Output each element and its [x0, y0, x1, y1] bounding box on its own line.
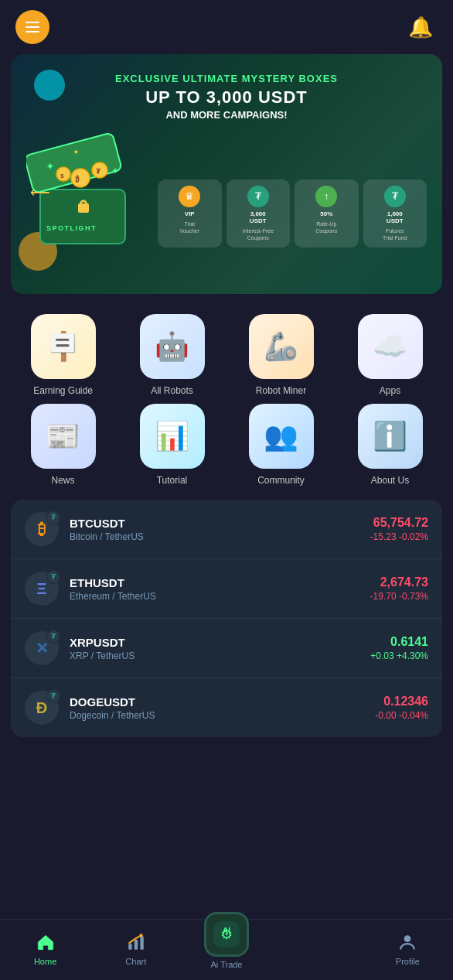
- market-item[interactable]: Ð ₮ DOGEUSDT Dogecoin / TetherUS 0.12346…: [11, 678, 442, 737]
- chart-icon: [124, 930, 148, 954]
- promo-banner: EXCLUSIVE ULTIMATE MYSTERY BOXES UP TO 3…: [11, 54, 442, 294]
- market-price-change: +0.03 +4.30%: [370, 650, 428, 661]
- nav-item-ai-trade[interactable]: ⚙ AI Ai Trade: [181, 927, 271, 969]
- svg-point-17: [139, 934, 142, 937]
- banner-decoration-circle1: [34, 70, 65, 101]
- market-price-value: 0.6141: [370, 635, 428, 649]
- menu-button[interactable]: [15, 10, 49, 44]
- market-pair: DOGEUSDT: [70, 695, 364, 709]
- market-price-value: 65,754.72: [370, 516, 428, 530]
- icon-label-tutorial: Tutorial: [157, 475, 188, 486]
- prize-amount-1000: 1,000USDT: [387, 210, 404, 224]
- icon-box-about-us: ℹ️: [358, 404, 423, 469]
- icon-label-community: Community: [257, 475, 305, 486]
- coin-badge: ₮: [46, 570, 60, 584]
- icon-box-earning-guide: 🪧: [31, 314, 96, 379]
- icon-label-robot-miner: Robot Miner: [256, 385, 306, 396]
- prize-amount-50: 50%: [320, 210, 332, 217]
- icon-label-apps: Apps: [380, 385, 400, 396]
- icon-box-all-robots: 🤖: [140, 314, 205, 379]
- menu-item-about-us[interactable]: ℹ️ About Us: [339, 404, 441, 486]
- ai-trade-button[interactable]: ⚙ AI: [204, 912, 249, 957]
- icon-label-news: News: [51, 475, 74, 486]
- prize-text-3000: Interest-FreeCoupons: [243, 227, 274, 241]
- menu-item-news[interactable]: 📰 News: [12, 404, 114, 486]
- ai-trade-icon: ⚙ AI: [213, 921, 240, 948]
- prize-amount-vip: VIP: [185, 210, 195, 217]
- svg-rect-12: [78, 203, 89, 213]
- market-price-value: 2,674.73: [370, 575, 428, 589]
- market-name: XRP / TetherUS: [70, 650, 359, 661]
- coin-badge: ₮: [46, 689, 60, 703]
- menu-item-robot-miner[interactable]: 🦾 Robot Miner: [230, 314, 332, 396]
- market-name: Ethereum / TetherUS: [70, 591, 359, 602]
- menu-item-all-robots[interactable]: 🤖 All Robots: [121, 314, 223, 396]
- market-name: Dogecoin / TetherUS: [70, 710, 364, 721]
- hamburger-icon: [26, 22, 39, 32]
- banner-description: AND MORE CAMPAIGNS!: [26, 109, 427, 121]
- svg-text:⟵: ⟵: [30, 185, 50, 200]
- market-info-btcusdt: BTCUSDT Bitcoin / TetherUS: [70, 517, 359, 542]
- treasure-box-image: ₿ ₮ $ ✦ ✦ ✦ SPOTLIGHT ⟵: [26, 131, 150, 248]
- market-item[interactable]: ✕ ₮ XRPUSDT XRP / TetherUS 0.6141 +0.03 …: [11, 619, 442, 678]
- market-pair: ETHUSDT: [70, 576, 359, 589]
- market-price: 0.12346 -0.00 -0.04%: [375, 695, 428, 721]
- icon-box-apps: ☁️: [358, 314, 423, 379]
- coin-badge: ₮: [46, 630, 60, 644]
- market-price-value: 0.12346: [375, 695, 428, 709]
- svg-text:₮: ₮: [96, 168, 101, 176]
- svg-rect-16: [140, 936, 143, 949]
- icon-box-robot-miner: 🦾: [249, 314, 314, 379]
- prize-cards: ♛ VIP TrialVoucher ₮ 3,000USDT Interest-…: [158, 179, 427, 248]
- bottom-navigation: Home Chart ⚙ AI Ai Trade: [0, 919, 453, 980]
- svg-point-2: [71, 169, 90, 187]
- icon-box-community: 👥: [249, 404, 314, 469]
- nav-item-home[interactable]: Home: [0, 930, 90, 966]
- menu-grid: 🪧 Earning Guide 🤖 All Robots 🦾 Robot Min…: [0, 306, 453, 489]
- market-price: 65,754.72 -15.23 -0.02%: [370, 516, 428, 542]
- market-info-xrpusdt: XRPUSDT XRP / TetherUS: [70, 636, 359, 661]
- market-price: 0.6141 +0.03 +4.30%: [370, 635, 428, 661]
- menu-item-community[interactable]: 👥 Community: [230, 404, 332, 486]
- prize-card-1000[interactable]: ₮ 1,000USDT FuturesTrial Fund: [363, 179, 427, 248]
- prize-amount-3000: 3,000USDT: [250, 210, 267, 224]
- market-pair: XRPUSDT: [70, 636, 359, 649]
- market-info-dogeusdt: DOGEUSDT Dogecoin / TetherUS: [70, 695, 364, 721]
- prize-card-3000[interactable]: ₮ 3,000USDT Interest-FreeCoupons: [226, 179, 291, 248]
- profile-icon: [396, 930, 419, 954]
- market-pair: BTCUSDT: [70, 517, 359, 530]
- banner-subtitle: EXCLUSIVE ULTIMATE MYSTERY BOXES: [26, 73, 427, 84]
- nav-item-chart[interactable]: Chart: [90, 930, 181, 966]
- nav-item-profile[interactable]: Profile: [363, 930, 453, 966]
- home-icon: [34, 930, 57, 954]
- prize-card-50[interactable]: ↑ 50% Rate-UpCoupons: [295, 179, 359, 248]
- market-price: 2,674.73 -19.70 -0.73%: [370, 575, 428, 602]
- prize-text-50: Rate-UpCoupons: [315, 220, 337, 234]
- menu-item-apps[interactable]: ☁️ Apps: [339, 314, 441, 396]
- svg-text:₿: ₿: [75, 175, 80, 183]
- market-item[interactable]: ₿ ₮ BTCUSDT Bitcoin / TetherUS 65,754.72…: [11, 500, 442, 559]
- prize-icon-1000: ₮: [384, 186, 406, 207]
- prize-card-vip[interactable]: ♛ VIP TrialVoucher: [158, 179, 222, 248]
- icon-label-earning-guide: Earning Guide: [33, 385, 93, 396]
- market-item[interactable]: Ξ ₮ ETHUSDT Ethereum / TetherUS 2,674.73…: [11, 559, 442, 619]
- icon-label-about-us: About Us: [371, 475, 409, 486]
- icon-box-news: 📰: [31, 404, 96, 469]
- prize-text-vip: TrialVoucher: [179, 220, 199, 234]
- market-info-ethusdt: ETHUSDT Ethereum / TetherUS: [70, 576, 359, 602]
- svg-point-21: [404, 935, 411, 942]
- coin-icon-xrpusdt: ✕ ₮: [25, 631, 59, 665]
- menu-item-tutorial[interactable]: 📊 Tutorial: [121, 404, 223, 486]
- banner-title: UP TO 3,000 USDT: [26, 87, 427, 108]
- icon-box-tutorial: 📊: [140, 404, 205, 469]
- nav-label-home: Home: [34, 957, 56, 966]
- notification-button[interactable]: 🔔: [404, 10, 438, 44]
- nav-label-profile: Profile: [396, 957, 420, 966]
- prize-text-1000: FuturesTrial Fund: [383, 227, 407, 241]
- nav-label-chart: Chart: [125, 957, 146, 966]
- coin-icon-dogeusdt: Ð ₮: [25, 691, 59, 725]
- menu-item-earning-guide[interactable]: 🪧 Earning Guide: [12, 314, 114, 396]
- prize-icon-50: ↑: [315, 186, 337, 207]
- coin-badge: ₮: [46, 510, 60, 524]
- svg-text:✦: ✦: [111, 166, 119, 176]
